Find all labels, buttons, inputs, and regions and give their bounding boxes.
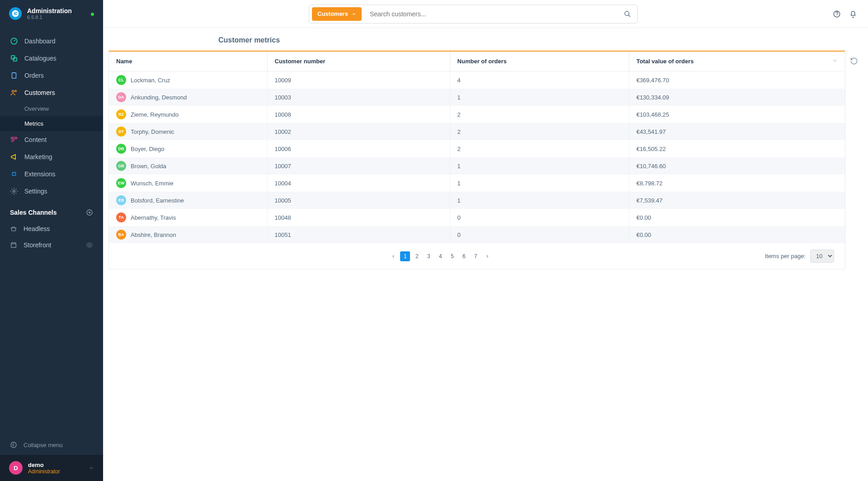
table-row[interactable]: BAAbshire, Brannon 10051 0 €0.00 xyxy=(109,226,845,243)
table-row[interactable]: DTTorphy, Domenic 10002 2 €43,541.97 xyxy=(109,123,845,140)
table-row[interactable]: DBBoyer, Diego 10006 2 €16,505.22 xyxy=(109,140,845,157)
gear-icon xyxy=(10,187,18,195)
channel-label: Headless xyxy=(24,225,50,232)
nav-label: Customers xyxy=(24,89,55,96)
user-role: Administrator xyxy=(28,468,60,475)
nav-customers-metrics[interactable]: Metrics xyxy=(0,116,103,131)
nav-customers-overview[interactable]: Overview xyxy=(0,101,103,116)
table-row[interactable]: CLLockman, Cruz 10009 4 €369,476.70 xyxy=(109,71,845,89)
add-channel-button[interactable] xyxy=(86,209,93,216)
nav-label: Dashboard xyxy=(24,38,56,45)
per-page-select[interactable]: 10 xyxy=(810,250,834,263)
nav-customers-submenu: Overview Metrics xyxy=(0,101,103,131)
nav-marketing[interactable]: Marketing xyxy=(0,148,103,165)
customer-initials: DA xyxy=(116,92,126,102)
channel-storefront[interactable]: Storefront xyxy=(0,237,103,253)
svg-point-5 xyxy=(15,90,16,92)
nav-content[interactable]: Content xyxy=(0,131,103,148)
col-number[interactable]: Customer number xyxy=(267,52,450,71)
customer-name: Zieme, Reymundo xyxy=(131,111,179,118)
customer-name: Abshire, Brannon xyxy=(131,231,176,238)
eye-icon[interactable] xyxy=(86,241,93,249)
nav-orders[interactable]: Orders xyxy=(0,67,103,84)
layout-icon xyxy=(10,136,18,144)
col-name[interactable]: Name xyxy=(109,52,267,71)
order-total: €0.00 xyxy=(629,209,845,226)
table-row[interactable]: TAAbernathy, Travis 10048 0 €0.00 xyxy=(109,209,845,226)
svg-rect-7 xyxy=(12,173,16,175)
users-icon xyxy=(10,89,18,97)
user-panel[interactable]: D demo Administrator xyxy=(0,455,103,481)
table-row[interactable]: GBBrown, Golda 10007 1 €10,746.60 xyxy=(109,157,845,174)
refresh-button[interactable] xyxy=(850,57,858,269)
search-filter-tag[interactable]: Customers xyxy=(312,7,362,21)
svg-rect-3 xyxy=(12,73,16,78)
page-button[interactable]: 7 xyxy=(471,251,481,261)
customer-name: Botsford, Earnestine xyxy=(131,197,184,204)
section-title: Sales Channels xyxy=(10,209,57,216)
page-button[interactable]: 1 xyxy=(400,251,410,261)
table-row[interactable]: EWWunsch, Emmie 10004 1 €8,798.72 xyxy=(109,174,845,192)
nav-label: Content xyxy=(24,136,47,143)
order-total: €8,798.72 xyxy=(629,174,845,192)
gauge-icon xyxy=(10,37,18,45)
collapse-menu-button[interactable]: Collapse menu xyxy=(0,435,103,455)
nav-label: Catalogues xyxy=(24,55,57,62)
chevron-down-icon xyxy=(832,58,838,63)
customer-number: 10004 xyxy=(267,174,450,192)
customer-number: 10051 xyxy=(267,226,450,243)
order-total: €10,746.60 xyxy=(629,157,845,174)
customer-number: 10003 xyxy=(267,89,450,106)
svg-point-12 xyxy=(11,442,16,448)
customer-name: Abernathy, Travis xyxy=(131,214,176,221)
user-name: demo xyxy=(28,462,60,468)
table-row[interactable]: RZZieme, Reymundo 10008 2 €103,468.25 xyxy=(109,106,845,123)
nav-settings[interactable]: Settings xyxy=(0,183,103,200)
clipboard-icon xyxy=(10,71,18,80)
nav-customers[interactable]: Customers xyxy=(0,84,103,101)
notifications-button[interactable] xyxy=(849,10,857,18)
page-next-button[interactable] xyxy=(482,251,492,261)
page-button[interactable]: 5 xyxy=(447,251,457,261)
customer-number: 10009 xyxy=(267,71,450,89)
basket-icon xyxy=(10,225,17,232)
page-button[interactable]: 6 xyxy=(459,251,469,261)
channel-headless[interactable]: Headless xyxy=(0,221,103,237)
search-input[interactable] xyxy=(364,6,618,22)
sales-channels-header: Sales Channels xyxy=(0,200,103,221)
customer-number: 10005 xyxy=(267,192,450,209)
nav-label: Extensions xyxy=(24,170,55,178)
nav-extensions[interactable]: Extensions xyxy=(0,165,103,183)
page-button[interactable]: 2 xyxy=(412,251,422,261)
order-total: €103,468.25 xyxy=(629,106,845,123)
nav-label: Orders xyxy=(24,72,44,79)
main-nav: Dashboard Catalogues Orders Customers Ov… xyxy=(0,25,103,200)
avatar: D xyxy=(9,461,23,475)
table-row[interactable]: EBBotsford, Earnestine 10005 1 €7,539.47 xyxy=(109,192,845,209)
page-button[interactable]: 3 xyxy=(424,251,434,261)
plug-icon xyxy=(10,170,18,178)
pagination: 1234567 Items per page: 10 xyxy=(109,243,845,269)
customer-number: 10006 xyxy=(267,140,450,157)
order-total: €7,539.47 xyxy=(629,192,845,209)
status-dot-icon xyxy=(91,13,94,16)
app-logo[interactable] xyxy=(9,7,22,20)
topbar: Customers xyxy=(103,0,868,28)
page-prev-button[interactable] xyxy=(388,251,398,261)
search-icon[interactable] xyxy=(618,10,637,18)
help-button[interactable] xyxy=(833,10,841,18)
nav-catalogues[interactable]: Catalogues xyxy=(0,50,103,67)
page-button[interactable]: 4 xyxy=(435,251,445,261)
col-total[interactable]: Total value of orders xyxy=(629,52,845,71)
svg-point-8 xyxy=(13,190,15,193)
customer-name: Ankunding, Desmond xyxy=(131,94,187,101)
nav-label: Settings xyxy=(24,188,47,195)
customer-number: 10007 xyxy=(267,157,450,174)
order-total: €369,476.70 xyxy=(629,71,845,89)
customer-table: Name Customer number Number of orders To… xyxy=(108,51,845,269)
customer-initials: CL xyxy=(116,75,126,85)
table-row[interactable]: DAAnkunding, Desmond 10003 1 €130,334.09 xyxy=(109,89,845,106)
channel-label: Storefront xyxy=(24,241,51,249)
col-orders[interactable]: Number of orders xyxy=(450,52,629,71)
nav-dashboard[interactable]: Dashboard xyxy=(0,33,103,50)
